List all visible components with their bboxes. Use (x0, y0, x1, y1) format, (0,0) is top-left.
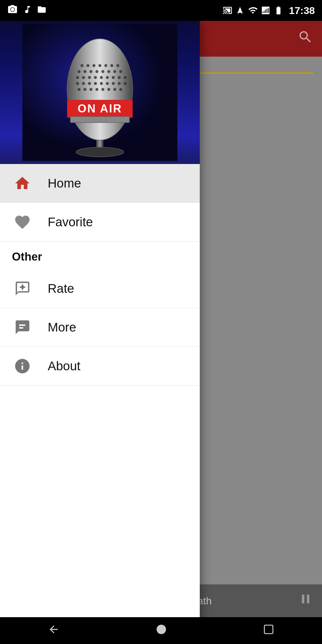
svg-point-44 (113, 88, 116, 91)
svg-point-28 (124, 76, 127, 79)
svg-point-21 (82, 76, 85, 79)
files-status-icon (37, 4, 47, 17)
status-left-icons (7, 4, 47, 17)
svg-point-37 (124, 82, 127, 85)
svg-point-18 (113, 70, 116, 73)
svg-point-36 (118, 82, 121, 85)
svg-point-12 (78, 70, 80, 73)
svg-point-20 (76, 76, 79, 79)
svg-point-3 (76, 147, 124, 157)
search-icon[interactable] (298, 29, 313, 48)
svg-point-32 (94, 82, 97, 85)
home-label: Home (48, 176, 81, 191)
rate-label: Rate (48, 281, 74, 296)
drawer-menu: Home Favorite Other Rate (0, 164, 200, 644)
svg-point-6 (86, 64, 89, 67)
svg-point-42 (101, 88, 104, 91)
menu-item-home[interactable]: Home (0, 164, 200, 203)
svg-point-39 (83, 88, 86, 91)
back-button[interactable] (48, 623, 60, 638)
svg-point-11 (116, 64, 119, 67)
svg-point-10 (110, 64, 113, 67)
svg-point-17 (107, 70, 110, 73)
svg-point-19 (119, 70, 122, 73)
svg-point-40 (89, 88, 92, 91)
svg-point-4 (67, 39, 133, 140)
menu-item-favorite[interactable]: Favorite (0, 203, 200, 242)
svg-point-9 (104, 64, 107, 67)
home-button[interactable] (155, 623, 168, 638)
camera-status-icon (7, 4, 18, 17)
music-status-icon (23, 4, 32, 17)
heart-icon (12, 212, 33, 233)
svg-point-8 (98, 64, 101, 67)
clock: 17:38 (289, 5, 315, 16)
svg-point-23 (94, 76, 97, 79)
svg-point-5 (80, 64, 83, 67)
favorite-label: Favorite (48, 215, 93, 229)
bottom-player: Bath (182, 584, 322, 617)
svg-rect-50 (71, 117, 129, 122)
svg-point-35 (112, 82, 115, 85)
svg-point-34 (106, 82, 109, 85)
svg-point-25 (106, 76, 109, 79)
svg-point-45 (119, 88, 122, 91)
svg-point-0 (11, 8, 14, 11)
svg-point-13 (83, 70, 86, 73)
svg-point-38 (78, 88, 80, 91)
section-header-other: Other (0, 242, 200, 269)
svg-point-29 (76, 82, 79, 85)
svg-point-24 (100, 76, 103, 79)
recents-button[interactable] (263, 624, 274, 638)
svg-point-30 (82, 82, 85, 85)
svg-rect-52 (264, 625, 273, 634)
svg-point-7 (92, 64, 95, 67)
menu-item-more[interactable]: More (0, 308, 200, 347)
svg-point-27 (118, 76, 121, 79)
drawer-hero: ON AIR (0, 21, 200, 164)
menu-item-about[interactable]: About (0, 347, 200, 386)
nav-drawer: ON AIR Home Favorite (0, 21, 200, 644)
svg-point-15 (95, 70, 98, 73)
svg-point-51 (157, 625, 166, 634)
svg-point-43 (107, 88, 110, 91)
svg-point-26 (112, 76, 115, 79)
svg-text:ON AIR: ON AIR (78, 102, 122, 115)
svg-point-16 (101, 70, 104, 73)
pause-button[interactable] (298, 592, 313, 610)
home-icon (12, 173, 33, 194)
status-bar: 17:38 (0, 0, 322, 21)
svg-point-31 (88, 82, 91, 85)
menu-item-rate[interactable]: Rate (0, 269, 200, 308)
more-icon (12, 317, 33, 338)
about-icon (12, 356, 33, 377)
svg-point-22 (88, 76, 91, 79)
nav-bar (0, 617, 322, 644)
more-label: More (48, 320, 76, 335)
rate-icon (12, 278, 33, 299)
svg-point-14 (89, 70, 92, 73)
svg-point-33 (100, 82, 103, 85)
status-right-icons: 17:38 (223, 5, 315, 16)
about-label: About (48, 359, 80, 373)
svg-point-41 (95, 88, 98, 91)
